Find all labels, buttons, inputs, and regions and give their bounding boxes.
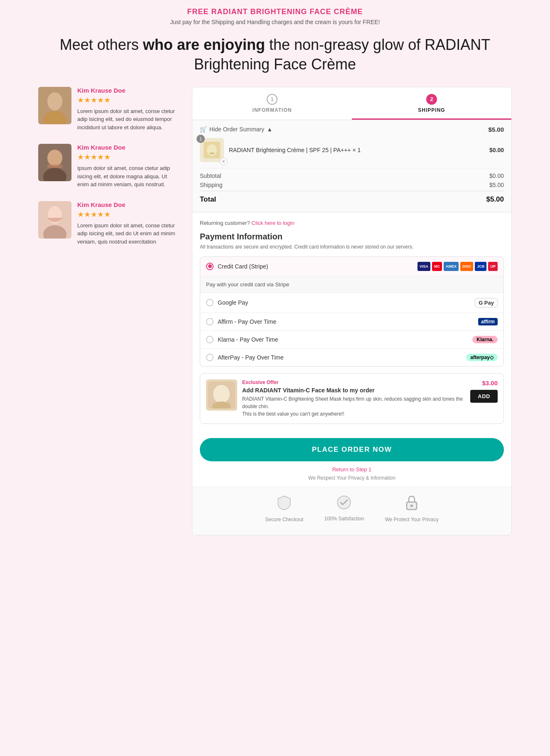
svg-rect-3 [38,87,71,124]
review-item: Kim Krause Doe ★★★★★ Lorem ipsum dolor s… [38,87,179,132]
shipping-label: Shipping [200,182,223,188]
item-quantity-badge: 1 [196,135,205,143]
add-upsell-button[interactable]: ADD [470,390,498,403]
svg-point-5 [47,150,62,166]
avatar [38,87,71,124]
grand-total-row: Total $5.00 [200,191,504,204]
chevron-up-icon: ▲ [267,126,273,133]
login-link[interactable]: Click here to login [251,220,294,226]
subtotal-value: $0.00 [489,172,504,179]
trust-badge-satisfaction: 100% Satisfaction [324,495,364,522]
upsell-description: RADIANT Vitamin-C Brightening Sheet Mask… [242,395,465,418]
subtotal-row: Subtotal $0.00 [200,172,504,179]
payment-options-list: Credit Card (Stripe) VISA MC AMEX DISC J… [200,256,504,367]
top-banner: FREE RADIANT BRIGHTENING FACE CRÈME Just… [0,0,550,28]
shield-icon [277,495,291,513]
payment-option-klarna[interactable]: Klarna - Pay Over Time Klarna. [200,331,503,349]
avatar [38,144,71,181]
star-rating: ★★★★★ [77,210,179,219]
review-content: Kim Krause Doe ★★★★★ Lorem ipsum dolor s… [77,201,179,246]
upsell-title: Add RADIANT Vitamin-C Face Mask to my or… [242,387,465,394]
trust-badges: Secure Checkout 100% Satisfaction [192,487,511,535]
review-item: Kim Krause Doe ★★★★★ Lorem ipsum dolor s… [38,201,179,246]
trust-badge-secure: Secure Checkout [265,495,303,522]
steps-header: 1 INFORMATION 2 SHIPPING [192,87,511,120]
star-rating: ★★★★★ [77,96,179,105]
amex-icon: AMEX [444,262,459,271]
review-text: Lorem ipsum dolor sit amet, conse ctetur… [77,222,179,246]
hide-order-summary-button[interactable]: 🛒 Hide Order Summary ▲ [200,126,273,133]
avatar [38,201,71,239]
exclusive-offer-label: Exclusive Offer [242,379,465,385]
review-content: Kim Krause Doe ★★★★★ Ipsum dolor sit ame… [77,144,179,189]
order-header-price: $5.00 [488,126,504,133]
return-to-step1-link[interactable]: Return to Step 1 [200,466,504,473]
returning-customer-text: Returning customer? Click here to login [200,220,504,226]
banner-title: FREE RADIANT BRIGHTENING FACE CRÈME [8,7,542,16]
order-item: 1 ✕ RADIANT Brightening Crème | SPF 25 |… [200,138,504,162]
step-shipping[interactable]: 2 SHIPPING [352,87,511,120]
mastercard-icon: MC [432,262,442,271]
shipping-row: Shipping $5.00 [200,182,504,188]
step-label: SHIPPING [418,107,445,113]
privacy-label: We Protect Your Privacy [385,517,438,522]
banner-subtitle: Just pay for the Shipping and Handling c… [8,19,542,25]
order-item-price: $0.00 [489,147,504,153]
google-pay-label: Google Pay [218,299,471,306]
total-value: $5.00 [486,195,504,204]
klarna-label: Klarna - Pay Over Time [218,336,468,343]
place-order-section: PLACE ORDER NOW Return to Step 1 We Resp… [192,430,511,487]
klarna-badge: Klarna. [472,336,498,343]
svg-rect-7 [47,165,62,168]
secure-checkout-label: Secure Checkout [265,517,303,522]
stripe-info: Pay with your credit card via Stripe [200,276,503,293]
privacy-note: We Respect Your Privacy & Information [200,475,504,481]
subtotal-label: Subtotal [200,172,221,179]
step-number: 1 [267,94,277,105]
discover-icon: DISC [460,262,474,271]
payment-option-afterpay[interactable]: AfterPay - Pay Over Time afterpay◇ [200,349,503,366]
total-label: Total [200,195,216,204]
check-circle-icon [337,495,351,512]
step-information[interactable]: 1 INFORMATION [192,87,352,120]
unionpay-icon: UP [488,262,498,271]
svg-point-18 [338,496,350,509]
jcb-icon: JCB [475,262,486,271]
step-number: 2 [426,94,437,105]
radio-credit-card[interactable] [206,263,214,270]
content-area: Kim Krause Doe ★★★★★ Lorem ipsum dolor s… [26,87,524,552]
payment-option-affirm[interactable]: Affirm - Pay Over Time affirm [200,313,503,331]
radio-klarna[interactable] [206,336,214,343]
afterpay-badge: afterpay◇ [466,354,498,361]
review-content: Kim Krause Doe ★★★★★ Lorem ipsum dolor s… [77,87,179,132]
cart-icon: 🛒 [200,126,207,133]
payment-title: Payment Information [200,232,504,241]
radio-affirm[interactable] [206,318,214,325]
reviews-column: Kim Krause Doe ★★★★★ Lorem ipsum dolor s… [38,87,179,246]
credit-card-label: Credit Card (Stripe) [218,263,413,270]
payment-option-credit-card[interactable]: Credit Card (Stripe) VISA MC AMEX DISC J… [200,257,503,276]
headline-bold: who are enjoying [143,36,265,53]
order-summary-header: 🛒 Hide Order Summary ▲ $5.00 [200,126,504,133]
hide-order-label: Hide Order Summary [209,126,264,133]
visa-icon: VISA [417,262,430,271]
gpay-badge: G Pay [475,298,498,308]
affirm-label: Affirm - Pay Over Time [218,318,474,325]
svg-rect-13 [209,153,214,154]
radio-google-pay[interactable] [206,299,214,306]
place-order-button[interactable]: PLACE ORDER NOW [200,438,504,461]
afterpay-label: AfterPay - Pay Over Time [218,354,462,361]
shipping-value: $5.00 [489,182,504,188]
upsell-price-add: $3.00 ADD [470,379,498,403]
review-text: Lorem ipsum dolor sit amet, conse ctetur… [77,107,179,132]
affirm-badge: affirm [478,318,498,325]
review-text: Ipsum dolor sit amet, conse ctetur adip … [77,164,179,189]
step-label: INFORMATION [253,107,292,113]
payment-option-google-pay[interactable]: Google Pay G Pay [200,293,503,313]
radio-afterpay[interactable] [206,354,214,361]
remove-item-button[interactable]: ✕ [220,158,227,165]
order-totals: Subtotal $0.00 Shipping $5.00 Total $5.0… [200,168,504,204]
reviewer-name: Kim Krause Doe [77,201,179,208]
reviewer-name: Kim Krause Doe [77,144,179,151]
upsell-price: $3.00 [482,379,498,387]
